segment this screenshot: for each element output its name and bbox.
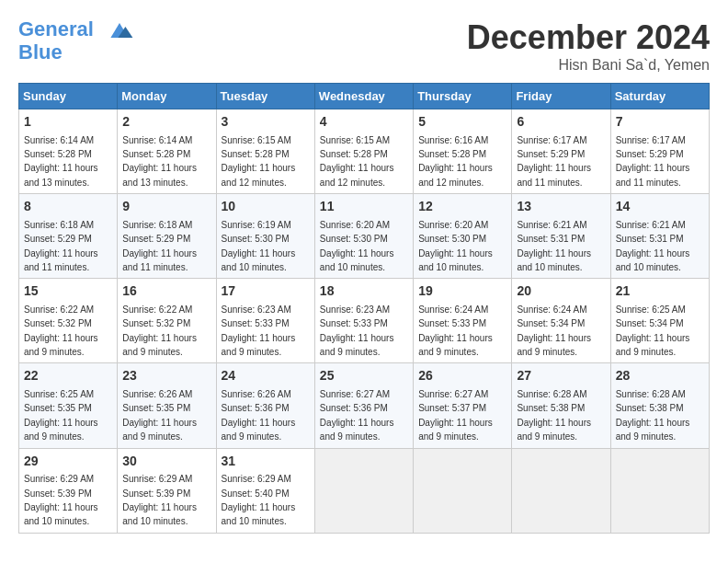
calendar-cell: 1 Sunrise: 6:14 AMSunset: 5:28 PMDayligh…	[19, 109, 118, 194]
weekday-header: Friday	[512, 84, 610, 109]
calendar-cell: 13 Sunrise: 6:21 AMSunset: 5:31 PMDaylig…	[512, 194, 610, 279]
weekday-header: Thursday	[414, 84, 512, 109]
day-number: 22	[24, 367, 112, 385]
day-number: 10	[222, 198, 310, 216]
day-info: Sunrise: 6:21 AMSunset: 5:31 PMDaylight:…	[517, 220, 591, 272]
calendar-week-row: 29 Sunrise: 6:29 AMSunset: 5:39 PMDaylig…	[19, 448, 710, 533]
calendar-cell: 20 Sunrise: 6:24 AMSunset: 5:34 PMDaylig…	[512, 279, 610, 363]
day-info: Sunrise: 6:26 AMSunset: 5:35 PMDaylight:…	[122, 389, 197, 442]
calendar-cell: 25 Sunrise: 6:27 AMSunset: 5:36 PMDaylig…	[314, 363, 413, 448]
day-number: 16	[122, 282, 210, 301]
day-info: Sunrise: 6:26 AMSunset: 5:36 PMDaylight:…	[222, 389, 296, 442]
month-title: December 2024	[467, 18, 710, 57]
day-number: 12	[418, 198, 506, 216]
day-info: Sunrise: 6:29 AMSunset: 5:39 PMDaylight:…	[24, 474, 98, 526]
day-number: 2	[122, 113, 210, 132]
weekday-header: Tuesday	[216, 84, 314, 109]
calendar-cell: 5 Sunrise: 6:16 AMSunset: 5:28 PMDayligh…	[414, 109, 512, 194]
logo-blue-text: Blue	[18, 41, 136, 63]
day-number: 8	[24, 198, 112, 216]
weekday-header: Monday	[118, 84, 216, 109]
calendar-week-row: 15 Sunrise: 6:22 AMSunset: 5:32 PMDaylig…	[19, 279, 710, 363]
day-info: Sunrise: 6:25 AMSunset: 5:35 PMDaylight:…	[24, 389, 98, 442]
calendar-cell: 11 Sunrise: 6:20 AMSunset: 5:30 PMDaylig…	[314, 194, 413, 279]
day-info: Sunrise: 6:20 AMSunset: 5:30 PMDaylight:…	[320, 220, 394, 272]
day-info: Sunrise: 6:23 AMSunset: 5:33 PMDaylight:…	[222, 304, 296, 357]
day-number: 1	[24, 113, 112, 132]
day-info: Sunrise: 6:21 AMSunset: 5:31 PMDaylight:…	[616, 220, 690, 272]
day-number: 25	[320, 367, 408, 385]
day-info: Sunrise: 6:24 AMSunset: 5:33 PMDaylight:…	[418, 304, 493, 357]
day-info: Sunrise: 6:28 AMSunset: 5:38 PMDaylight:…	[616, 389, 690, 442]
calendar-cell: 26 Sunrise: 6:27 AMSunset: 5:37 PMDaylig…	[414, 363, 512, 448]
calendar-table: SundayMondayTuesdayWednesdayThursdayFrid…	[18, 83, 710, 534]
day-info: Sunrise: 6:27 AMSunset: 5:37 PMDaylight:…	[418, 389, 493, 442]
calendar-cell: 28 Sunrise: 6:28 AMSunset: 5:38 PMDaylig…	[610, 363, 709, 448]
calendar-cell	[512, 448, 610, 533]
calendar-cell: 9 Sunrise: 6:18 AMSunset: 5:29 PMDayligh…	[118, 194, 216, 279]
day-number: 29	[24, 453, 112, 471]
day-number: 5	[418, 113, 506, 132]
calendar-cell: 17 Sunrise: 6:23 AMSunset: 5:33 PMDaylig…	[216, 279, 314, 363]
calendar-cell: 31 Sunrise: 6:29 AMSunset: 5:40 PMDaylig…	[216, 448, 314, 533]
calendar-cell: 2 Sunrise: 6:14 AMSunset: 5:28 PMDayligh…	[118, 109, 216, 194]
day-number: 31	[222, 453, 310, 471]
day-number: 20	[517, 282, 605, 301]
day-number: 13	[517, 198, 605, 216]
day-number: 9	[122, 198, 210, 216]
day-number: 17	[222, 282, 310, 301]
day-info: Sunrise: 6:19 AMSunset: 5:30 PMDaylight:…	[222, 220, 296, 272]
calendar-cell: 16 Sunrise: 6:22 AMSunset: 5:32 PMDaylig…	[118, 279, 216, 363]
calendar-cell: 23 Sunrise: 6:26 AMSunset: 5:35 PMDaylig…	[118, 363, 216, 448]
day-info: Sunrise: 6:18 AMSunset: 5:29 PMDaylight:…	[24, 220, 98, 272]
weekday-header: Sunday	[19, 84, 118, 109]
calendar-cell	[610, 448, 709, 533]
calendar-cell: 24 Sunrise: 6:26 AMSunset: 5:36 PMDaylig…	[216, 363, 314, 448]
calendar-cell: 6 Sunrise: 6:17 AMSunset: 5:29 PMDayligh…	[512, 109, 610, 194]
calendar-cell: 7 Sunrise: 6:17 AMSunset: 5:29 PMDayligh…	[610, 109, 709, 194]
day-info: Sunrise: 6:29 AMSunset: 5:39 PMDaylight:…	[122, 474, 197, 526]
calendar-cell: 21 Sunrise: 6:25 AMSunset: 5:34 PMDaylig…	[610, 279, 709, 363]
calendar-cell: 10 Sunrise: 6:19 AMSunset: 5:30 PMDaylig…	[216, 194, 314, 279]
day-number: 23	[122, 367, 210, 385]
calendar-cell: 4 Sunrise: 6:15 AMSunset: 5:28 PMDayligh…	[314, 109, 413, 194]
location-title: Hisn Bani Sa`d, Yemen	[467, 57, 710, 74]
calendar-cell: 15 Sunrise: 6:22 AMSunset: 5:32 PMDaylig…	[19, 279, 118, 363]
day-number: 27	[517, 367, 605, 385]
calendar-cell: 29 Sunrise: 6:29 AMSunset: 5:39 PMDaylig…	[19, 448, 118, 533]
title-block: December 2024 Hisn Bani Sa`d, Yemen	[467, 18, 710, 74]
calendar-week-row: 1 Sunrise: 6:14 AMSunset: 5:28 PMDayligh…	[19, 109, 710, 194]
day-info: Sunrise: 6:18 AMSunset: 5:29 PMDaylight:…	[122, 220, 197, 272]
day-number: 24	[222, 367, 310, 385]
day-number: 18	[320, 282, 408, 301]
day-number: 6	[517, 113, 605, 132]
calendar-week-row: 22 Sunrise: 6:25 AMSunset: 5:35 PMDaylig…	[19, 363, 710, 448]
calendar-cell	[314, 448, 413, 533]
day-number: 7	[616, 113, 704, 132]
day-info: Sunrise: 6:28 AMSunset: 5:38 PMDaylight:…	[517, 389, 591, 442]
logo-text: General	[18, 18, 136, 41]
day-info: Sunrise: 6:27 AMSunset: 5:36 PMDaylight:…	[320, 389, 394, 442]
calendar-cell: 14 Sunrise: 6:21 AMSunset: 5:31 PMDaylig…	[610, 194, 709, 279]
day-number: 28	[616, 367, 704, 385]
calendar-cell	[414, 448, 512, 533]
weekday-header: Wednesday	[314, 84, 413, 109]
calendar-cell: 8 Sunrise: 6:18 AMSunset: 5:29 PMDayligh…	[19, 194, 118, 279]
logo: General Blue	[18, 18, 136, 63]
day-info: Sunrise: 6:29 AMSunset: 5:40 PMDaylight:…	[222, 474, 296, 526]
day-number: 11	[320, 198, 408, 216]
calendar-cell: 3 Sunrise: 6:15 AMSunset: 5:28 PMDayligh…	[216, 109, 314, 194]
day-number: 19	[418, 282, 506, 301]
day-info: Sunrise: 6:15 AMSunset: 5:28 PMDaylight:…	[222, 135, 296, 188]
calendar-cell: 27 Sunrise: 6:28 AMSunset: 5:38 PMDaylig…	[512, 363, 610, 448]
day-info: Sunrise: 6:17 AMSunset: 5:29 PMDaylight:…	[616, 135, 690, 188]
calendar-header-row: SundayMondayTuesdayWednesdayThursdayFrid…	[19, 84, 710, 109]
day-info: Sunrise: 6:22 AMSunset: 5:32 PMDaylight:…	[24, 304, 98, 357]
calendar-cell: 19 Sunrise: 6:24 AMSunset: 5:33 PMDaylig…	[414, 279, 512, 363]
day-number: 30	[122, 453, 210, 471]
day-info: Sunrise: 6:14 AMSunset: 5:28 PMDaylight:…	[122, 135, 197, 188]
calendar-week-row: 8 Sunrise: 6:18 AMSunset: 5:29 PMDayligh…	[19, 194, 710, 279]
day-info: Sunrise: 6:23 AMSunset: 5:33 PMDaylight:…	[320, 304, 394, 357]
calendar-cell: 22 Sunrise: 6:25 AMSunset: 5:35 PMDaylig…	[19, 363, 118, 448]
day-info: Sunrise: 6:22 AMSunset: 5:32 PMDaylight:…	[122, 304, 197, 357]
